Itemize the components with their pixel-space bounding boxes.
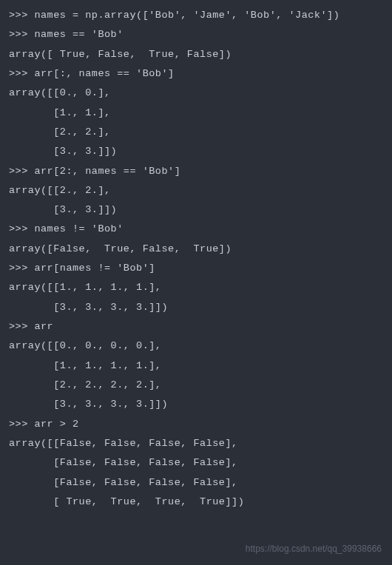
- code-line: >>> arr > 2: [9, 415, 383, 434]
- code-line: [3., 3.]]): [9, 200, 383, 220]
- code-line: [3., 3.]]): [9, 142, 383, 161]
- code-line: array([[1., 1., 1., 1.],: [9, 278, 383, 297]
- code-line: >>> arr[:, names == 'Bob']: [9, 64, 383, 84]
- code-line: >>> names == 'Bob': [9, 25, 383, 44]
- code-line: array([ True, False, True, False]): [9, 45, 383, 64]
- code-line: >>> arr[names != 'Bob']: [9, 259, 383, 278]
- code-line: array([[False, False, False, False],: [9, 434, 383, 453]
- code-line: [2., 2.],: [9, 123, 383, 142]
- terminal-output: >>> names = np.array(['Bob', 'Jame', 'Bo…: [9, 6, 383, 512]
- code-line: [ True, True, True, True]]): [9, 493, 383, 512]
- code-line: >>> arr[2:, names == 'Bob']: [9, 162, 383, 181]
- code-line: array([[0., 0.],: [9, 84, 383, 103]
- code-line: array([[2., 2.],: [9, 181, 383, 200]
- code-line: >>> names != 'Bob': [9, 220, 383, 239]
- code-line: >>> names = np.array(['Bob', 'Jame', 'Bo…: [9, 6, 383, 25]
- watermark-text: https://blog.csdn.net/qq_39938666: [246, 541, 382, 558]
- code-line: [False, False, False, False],: [9, 473, 383, 493]
- code-line: array([[0., 0., 0., 0.],: [9, 336, 383, 356]
- code-line: array([False, True, False, True]): [9, 240, 383, 259]
- code-line: [1., 1., 1., 1.],: [9, 356, 383, 376]
- code-line: [False, False, False, False],: [9, 453, 383, 473]
- code-line: >>> arr: [9, 317, 383, 336]
- code-line: [3., 3., 3., 3.]]): [9, 298, 383, 317]
- code-line: [3., 3., 3., 3.]]): [9, 395, 383, 414]
- code-line: [2., 2., 2., 2.],: [9, 376, 383, 395]
- code-line: [1., 1.],: [9, 104, 383, 123]
